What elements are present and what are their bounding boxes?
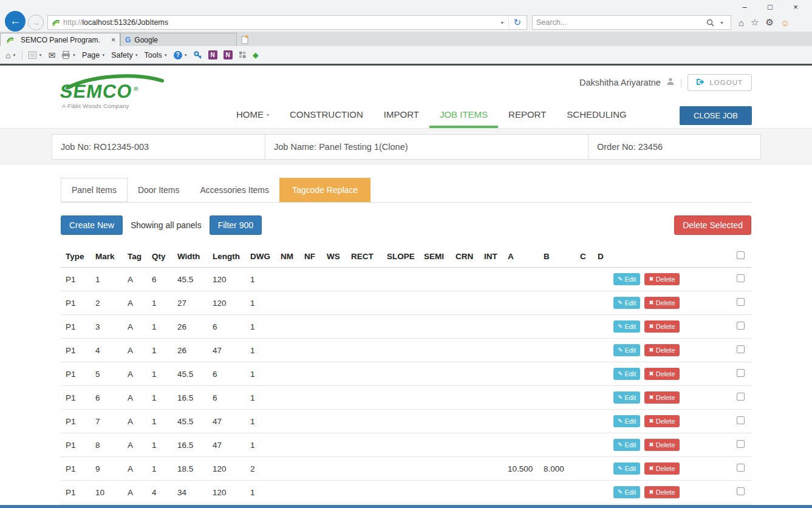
- feeds-icon[interactable]: ▼: [29, 52, 42, 59]
- delete-button[interactable]: ✖Delete: [644, 320, 679, 333]
- addon-diamond-icon[interactable]: ◆: [253, 50, 259, 59]
- help-menu[interactable]: ?▼: [174, 51, 188, 59]
- row-checkbox[interactable]: [737, 440, 745, 448]
- home-icon[interactable]: ⌂: [739, 18, 744, 28]
- tab-accessories-items[interactable]: Accessories Items: [189, 178, 279, 202]
- nav-home[interactable]: HOME▾: [226, 109, 279, 128]
- nav-job-items[interactable]: JOB ITEMS: [429, 109, 498, 128]
- nav-scheduling[interactable]: SCHEDULING: [556, 109, 636, 128]
- search-box[interactable]: Search... ▼: [532, 15, 731, 30]
- delete-selected-button[interactable]: Delete Selected: [674, 215, 751, 235]
- onenote-icon[interactable]: N: [208, 50, 217, 59]
- search-dropdown-icon[interactable]: ▼: [717, 21, 727, 25]
- row-checkbox-cell: [731, 298, 751, 308]
- help-icon: ?: [174, 51, 182, 59]
- safety-menu[interactable]: Safety▼: [111, 51, 138, 59]
- row-checkbox[interactable]: [737, 298, 745, 306]
- job-no-box: Job No: RO12345-003: [52, 134, 265, 160]
- page-menu[interactable]: Page▼: [82, 51, 105, 59]
- home-menu-icon: ⌂: [5, 50, 10, 60]
- print-button[interactable]: ▼: [61, 51, 76, 59]
- page-menu-label: Page: [82, 51, 100, 59]
- edit-button[interactable]: ✎Edit: [613, 344, 640, 356]
- row-checkbox[interactable]: [737, 322, 745, 330]
- footer-bar: [0, 505, 812, 508]
- delete-button[interactable]: ✖Delete: [644, 344, 679, 356]
- delete-button[interactable]: ✖Delete: [644, 368, 679, 380]
- delete-button[interactable]: ✖Delete: [644, 391, 679, 404]
- row-checkbox[interactable]: [737, 416, 745, 424]
- logo-tagline: A Fläkt Woods Company: [62, 103, 176, 109]
- edit-button[interactable]: ✎Edit: [613, 391, 640, 404]
- back-button[interactable]: ←: [5, 11, 26, 32]
- edit-button[interactable]: ✎Edit: [613, 297, 640, 309]
- minimize-button[interactable]: –: [732, 1, 757, 13]
- main-nav: HOME▾ CONSTRUCTION IMPORT JOB ITEMS REPO…: [226, 106, 752, 128]
- delete-button[interactable]: ✖Delete: [644, 462, 679, 475]
- table-toolbar: Create New Showing all panels Filter 900…: [61, 215, 751, 235]
- select-all-checkbox[interactable]: [737, 251, 745, 259]
- address-bar[interactable]: http://localhost:51326/JobItems ▼ ↻: [47, 15, 527, 30]
- delete-button[interactable]: ✖Delete: [644, 439, 679, 451]
- nav-report[interactable]: REPORT: [498, 109, 556, 128]
- feedback-smiley-icon[interactable]: ☺: [780, 18, 790, 28]
- row-checkbox[interactable]: [737, 345, 745, 353]
- row-checkbox[interactable]: [737, 393, 745, 401]
- row-checkbox-cell: [731, 322, 751, 331]
- addon-key-icon[interactable]: [194, 51, 202, 59]
- chevron-down-icon: ▼: [12, 53, 16, 57]
- edit-button[interactable]: ✎Edit: [613, 415, 640, 427]
- read-mail-icon[interactable]: ✉: [48, 50, 55, 60]
- tab-panel-items[interactable]: Panel Items: [61, 178, 128, 202]
- favorites-star-icon[interactable]: ☆: [751, 17, 759, 28]
- search-icon[interactable]: [704, 19, 717, 27]
- send-to-onenote-icon[interactable]: N: [223, 50, 233, 59]
- edit-button[interactable]: ✎Edit: [613, 486, 640, 498]
- row-checkbox[interactable]: [737, 487, 745, 495]
- edit-button[interactable]: ✎Edit: [613, 320, 640, 333]
- row-checkbox[interactable]: [737, 369, 745, 377]
- home-menu[interactable]: ⌂▼: [5, 50, 16, 60]
- tools-menu-label: Tools: [145, 51, 162, 59]
- edit-button[interactable]: ✎Edit: [613, 439, 640, 451]
- cell-mark: 9: [90, 464, 123, 473]
- logout-button[interactable]: LOGOUT: [687, 74, 752, 91]
- cell-qty: 1: [147, 464, 172, 473]
- close-button[interactable]: ×: [783, 1, 808, 13]
- cell-width: 16.5: [172, 393, 208, 402]
- browser-tab-google[interactable]: G Google: [120, 33, 237, 46]
- create-new-button[interactable]: Create New: [61, 215, 123, 235]
- addon-grid-icon[interactable]: [239, 51, 247, 59]
- new-tab-button[interactable]: [237, 33, 253, 46]
- tab-door-items[interactable]: Door Items: [128, 178, 189, 202]
- tools-menu[interactable]: Tools▼: [145, 51, 168, 59]
- chevron-down-icon: ▼: [38, 53, 42, 57]
- maximize-button[interactable]: □: [757, 1, 783, 13]
- delete-label: Delete: [656, 275, 675, 283]
- delete-button[interactable]: ✖Delete: [644, 273, 679, 285]
- tab-close-icon[interactable]: ×: [111, 36, 115, 44]
- row-checkbox[interactable]: [737, 464, 745, 472]
- filter-900-button[interactable]: Filter 900: [210, 215, 262, 235]
- nav-import[interactable]: IMPORT: [374, 109, 429, 128]
- edit-button[interactable]: ✎Edit: [613, 462, 640, 475]
- cell-qty: 1: [147, 441, 172, 450]
- edit-button[interactable]: ✎Edit: [613, 273, 640, 285]
- cell-mark: 5: [90, 370, 123, 379]
- edit-button[interactable]: ✎Edit: [613, 368, 640, 380]
- row-checkbox[interactable]: [737, 274, 745, 282]
- delete-button[interactable]: ✖Delete: [644, 415, 679, 427]
- nav-construction[interactable]: CONSTRUCTION: [279, 109, 374, 128]
- forward-button[interactable]: →: [28, 15, 44, 30]
- logout-icon: [697, 78, 705, 87]
- delete-label: Delete: [656, 441, 675, 449]
- refresh-icon[interactable]: ↻: [510, 17, 524, 28]
- cell-length: 120: [208, 275, 245, 284]
- delete-button[interactable]: ✖Delete: [644, 486, 679, 498]
- settings-gear-icon[interactable]: ⚙: [766, 17, 774, 28]
- autocomplete-dropdown-icon[interactable]: ▼: [497, 21, 507, 25]
- browser-tab-semco[interactable]: SEMCO Panel Program. ×: [0, 33, 120, 46]
- tab-tagcode-replace[interactable]: Tagcode Replace: [279, 178, 370, 202]
- close-job-button[interactable]: CLOSE JOB: [680, 106, 752, 125]
- delete-button[interactable]: ✖Delete: [644, 297, 679, 309]
